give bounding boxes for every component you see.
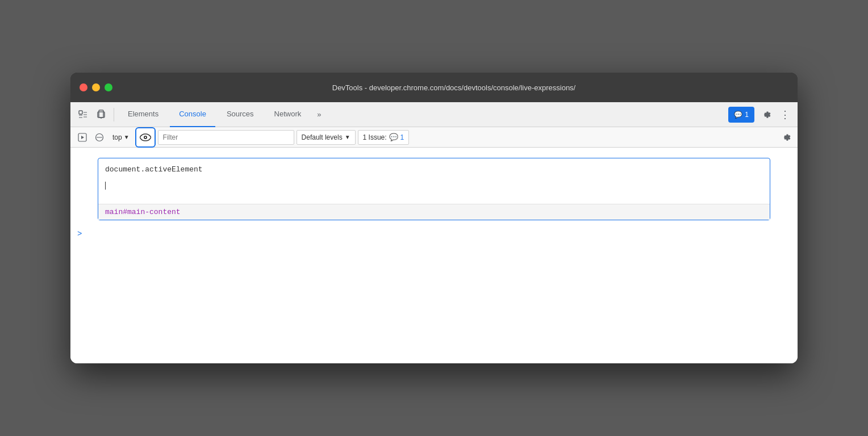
- svg-point-3: [101, 118, 102, 119]
- inspect-icon-button[interactable]: [75, 107, 91, 123]
- live-expression-result: main#main-content: [98, 204, 770, 220]
- clear-button[interactable]: [92, 130, 107, 145]
- frame-selector[interactable]: top ▼: [109, 132, 133, 142]
- svg-point-8: [144, 136, 145, 137]
- maximize-button[interactable]: [105, 83, 112, 91]
- tab-more-button[interactable]: »: [312, 102, 326, 127]
- tab-elements[interactable]: Elements: [119, 102, 168, 127]
- prompt-arrow: >: [77, 229, 82, 238]
- close-button[interactable]: [80, 83, 87, 91]
- toolbar-right: 💬 1 ⋮: [728, 107, 793, 123]
- tab-sources[interactable]: Sources: [218, 102, 263, 127]
- console-content: × document.activeElement main#main-conte…: [70, 148, 798, 363]
- svg-rect-0: [79, 111, 82, 114]
- live-expression-code-line1: document.activeElement: [105, 164, 763, 175]
- device-icon-button[interactable]: [93, 107, 109, 123]
- live-expressions-button[interactable]: [135, 127, 156, 148]
- devtools-window: DevTools - developer.chrome.com/docs/dev…: [70, 73, 798, 363]
- cursor: [105, 182, 106, 190]
- main-toolbar: Elements Console Sources Network » 💬 1: [70, 102, 798, 127]
- run-snippet-button[interactable]: [75, 130, 90, 145]
- tab-console[interactable]: Console: [170, 102, 215, 127]
- live-expression-wrapper: × document.activeElement main#main-conte…: [70, 148, 798, 220]
- devtools-panel: Elements Console Sources Network » 💬 1: [70, 102, 798, 363]
- tab-network[interactable]: Network: [265, 102, 311, 127]
- issue-count-button[interactable]: 1 Issue: 💬 1: [358, 130, 410, 145]
- filter-input[interactable]: [158, 130, 294, 145]
- minimize-button[interactable]: [92, 83, 100, 91]
- log-levels-dropdown[interactable]: Default levels ▼: [297, 130, 356, 145]
- chat-icon: 💬: [734, 111, 742, 119]
- console-toolbar: top ▼ Default levels ▼ 1 Issue:: [70, 127, 798, 148]
- chevron-down-icon: ▼: [124, 134, 130, 140]
- console-prompt: >: [70, 225, 798, 243]
- chat-icon: 💬: [389, 133, 398, 141]
- svg-rect-1: [99, 110, 103, 118]
- live-expression-editor[interactable]: document.activeElement: [98, 158, 770, 204]
- live-expression-code-line2: [105, 180, 763, 191]
- live-expression-container: document.activeElement main#main-content: [98, 158, 770, 220]
- issues-badge[interactable]: 💬 1: [728, 107, 754, 123]
- chevron-down-icon: ▼: [345, 134, 350, 140]
- frame-selector-label: top: [112, 133, 122, 141]
- traffic-lights: [80, 83, 112, 91]
- window-title: DevTools - developer.chrome.com/docs/dev…: [119, 83, 788, 92]
- settings-icon-button[interactable]: [758, 107, 774, 123]
- console-settings-button[interactable]: [778, 130, 793, 145]
- toolbar-separator: [114, 108, 114, 121]
- more-options-button[interactable]: ⋮: [777, 107, 793, 123]
- titlebar: DevTools - developer.chrome.com/docs/dev…: [70, 73, 798, 102]
